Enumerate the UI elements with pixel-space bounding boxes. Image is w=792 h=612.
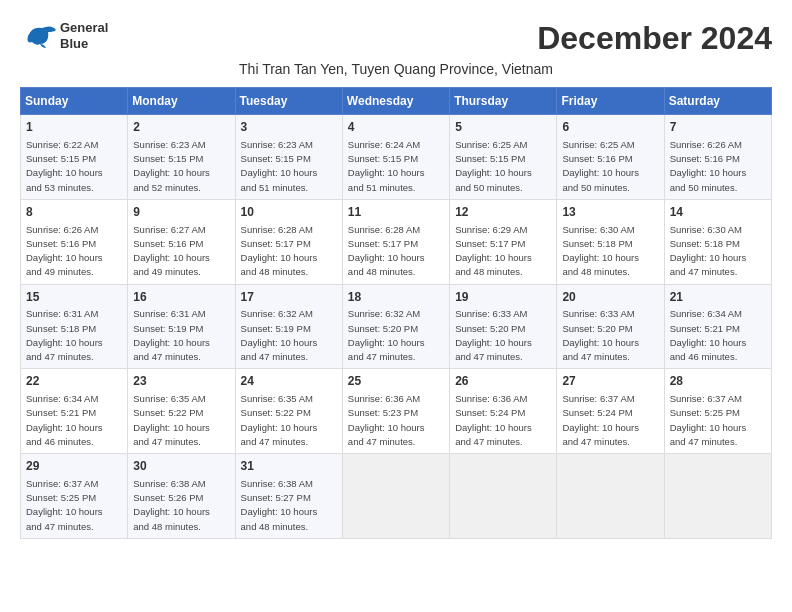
calendar-cell: 2Sunrise: 6:23 AM Sunset: 5:15 PM Daylig… [128,115,235,200]
calendar-cell: 22Sunrise: 6:34 AM Sunset: 5:21 PM Dayli… [21,369,128,454]
day-info: Sunrise: 6:28 AM Sunset: 5:17 PM Dayligh… [241,223,337,280]
day-number: 31 [241,458,337,475]
day-number: 24 [241,373,337,390]
day-info: Sunrise: 6:30 AM Sunset: 5:18 PM Dayligh… [562,223,658,280]
calendar-week-row: 29Sunrise: 6:37 AM Sunset: 5:25 PM Dayli… [21,454,772,539]
calendar-cell: 8Sunrise: 6:26 AM Sunset: 5:16 PM Daylig… [21,199,128,284]
day-number: 11 [348,204,444,221]
day-number: 23 [133,373,229,390]
calendar-cell [557,454,664,539]
day-info: Sunrise: 6:32 AM Sunset: 5:20 PM Dayligh… [348,307,444,364]
day-info: Sunrise: 6:29 AM Sunset: 5:17 PM Dayligh… [455,223,551,280]
day-number: 27 [562,373,658,390]
day-number: 16 [133,289,229,306]
calendar-week-row: 1Sunrise: 6:22 AM Sunset: 5:15 PM Daylig… [21,115,772,200]
day-number: 29 [26,458,122,475]
calendar-cell: 29Sunrise: 6:37 AM Sunset: 5:25 PM Dayli… [21,454,128,539]
calendar-cell: 1Sunrise: 6:22 AM Sunset: 5:15 PM Daylig… [21,115,128,200]
logo: General Blue [20,20,108,51]
day-number: 30 [133,458,229,475]
day-info: Sunrise: 6:38 AM Sunset: 5:27 PM Dayligh… [241,477,337,534]
day-number: 15 [26,289,122,306]
day-info: Sunrise: 6:32 AM Sunset: 5:19 PM Dayligh… [241,307,337,364]
day-number: 12 [455,204,551,221]
day-info: Sunrise: 6:23 AM Sunset: 5:15 PM Dayligh… [133,138,229,195]
calendar-cell: 12Sunrise: 6:29 AM Sunset: 5:17 PM Dayli… [450,199,557,284]
day-info: Sunrise: 6:31 AM Sunset: 5:18 PM Dayligh… [26,307,122,364]
day-number: 13 [562,204,658,221]
calendar-cell: 25Sunrise: 6:36 AM Sunset: 5:23 PM Dayli… [342,369,449,454]
calendar-week-row: 8Sunrise: 6:26 AM Sunset: 5:16 PM Daylig… [21,199,772,284]
day-info: Sunrise: 6:36 AM Sunset: 5:24 PM Dayligh… [455,392,551,449]
day-info: Sunrise: 6:34 AM Sunset: 5:21 PM Dayligh… [26,392,122,449]
day-number: 19 [455,289,551,306]
calendar-cell: 19Sunrise: 6:33 AM Sunset: 5:20 PM Dayli… [450,284,557,369]
day-info: Sunrise: 6:37 AM Sunset: 5:25 PM Dayligh… [26,477,122,534]
calendar-cell: 4Sunrise: 6:24 AM Sunset: 5:15 PM Daylig… [342,115,449,200]
weekday-header-saturday: Saturday [664,88,771,115]
calendar-cell [342,454,449,539]
day-info: Sunrise: 6:30 AM Sunset: 5:18 PM Dayligh… [670,223,766,280]
calendar-cell: 6Sunrise: 6:25 AM Sunset: 5:16 PM Daylig… [557,115,664,200]
day-info: Sunrise: 6:35 AM Sunset: 5:22 PM Dayligh… [133,392,229,449]
day-number: 8 [26,204,122,221]
weekday-header-row: SundayMondayTuesdayWednesdayThursdayFrid… [21,88,772,115]
day-number: 6 [562,119,658,136]
calendar-cell: 26Sunrise: 6:36 AM Sunset: 5:24 PM Dayli… [450,369,557,454]
calendar-cell: 14Sunrise: 6:30 AM Sunset: 5:18 PM Dayli… [664,199,771,284]
month-title: December 2024 [537,20,772,57]
calendar-cell: 3Sunrise: 6:23 AM Sunset: 5:15 PM Daylig… [235,115,342,200]
calendar-table: SundayMondayTuesdayWednesdayThursdayFrid… [20,87,772,539]
calendar-cell: 11Sunrise: 6:28 AM Sunset: 5:17 PM Dayli… [342,199,449,284]
day-info: Sunrise: 6:31 AM Sunset: 5:19 PM Dayligh… [133,307,229,364]
calendar-cell: 15Sunrise: 6:31 AM Sunset: 5:18 PM Dayli… [21,284,128,369]
calendar-week-row: 15Sunrise: 6:31 AM Sunset: 5:18 PM Dayli… [21,284,772,369]
calendar-cell: 7Sunrise: 6:26 AM Sunset: 5:16 PM Daylig… [664,115,771,200]
calendar-cell: 28Sunrise: 6:37 AM Sunset: 5:25 PM Dayli… [664,369,771,454]
calendar-cell: 5Sunrise: 6:25 AM Sunset: 5:15 PM Daylig… [450,115,557,200]
day-info: Sunrise: 6:34 AM Sunset: 5:21 PM Dayligh… [670,307,766,364]
day-info: Sunrise: 6:33 AM Sunset: 5:20 PM Dayligh… [562,307,658,364]
day-number: 5 [455,119,551,136]
calendar-cell: 23Sunrise: 6:35 AM Sunset: 5:22 PM Dayli… [128,369,235,454]
day-info: Sunrise: 6:22 AM Sunset: 5:15 PM Dayligh… [26,138,122,195]
day-number: 17 [241,289,337,306]
day-number: 1 [26,119,122,136]
day-number: 25 [348,373,444,390]
weekday-header-thursday: Thursday [450,88,557,115]
day-number: 9 [133,204,229,221]
calendar-cell: 27Sunrise: 6:37 AM Sunset: 5:24 PM Dayli… [557,369,664,454]
day-number: 20 [562,289,658,306]
day-info: Sunrise: 6:27 AM Sunset: 5:16 PM Dayligh… [133,223,229,280]
day-number: 10 [241,204,337,221]
day-number: 18 [348,289,444,306]
calendar-cell: 30Sunrise: 6:38 AM Sunset: 5:26 PM Dayli… [128,454,235,539]
calendar-cell: 17Sunrise: 6:32 AM Sunset: 5:19 PM Dayli… [235,284,342,369]
day-info: Sunrise: 6:36 AM Sunset: 5:23 PM Dayligh… [348,392,444,449]
calendar-cell: 16Sunrise: 6:31 AM Sunset: 5:19 PM Dayli… [128,284,235,369]
calendar-subtitle: Thi Tran Tan Yen, Tuyen Quang Province, … [20,61,772,77]
day-info: Sunrise: 6:24 AM Sunset: 5:15 PM Dayligh… [348,138,444,195]
day-number: 3 [241,119,337,136]
logo-icon [20,22,56,50]
calendar-cell: 21Sunrise: 6:34 AM Sunset: 5:21 PM Dayli… [664,284,771,369]
weekday-header-sunday: Sunday [21,88,128,115]
weekday-header-tuesday: Tuesday [235,88,342,115]
calendar-cell [664,454,771,539]
day-info: Sunrise: 6:28 AM Sunset: 5:17 PM Dayligh… [348,223,444,280]
day-info: Sunrise: 6:35 AM Sunset: 5:22 PM Dayligh… [241,392,337,449]
day-number: 26 [455,373,551,390]
calendar-cell: 20Sunrise: 6:33 AM Sunset: 5:20 PM Dayli… [557,284,664,369]
calendar-cell: 13Sunrise: 6:30 AM Sunset: 5:18 PM Dayli… [557,199,664,284]
day-info: Sunrise: 6:25 AM Sunset: 5:15 PM Dayligh… [455,138,551,195]
calendar-cell: 31Sunrise: 6:38 AM Sunset: 5:27 PM Dayli… [235,454,342,539]
day-number: 2 [133,119,229,136]
page-header: General Blue December 2024 [20,20,772,57]
day-info: Sunrise: 6:37 AM Sunset: 5:24 PM Dayligh… [562,392,658,449]
day-info: Sunrise: 6:26 AM Sunset: 5:16 PM Dayligh… [670,138,766,195]
day-info: Sunrise: 6:26 AM Sunset: 5:16 PM Dayligh… [26,223,122,280]
day-info: Sunrise: 6:38 AM Sunset: 5:26 PM Dayligh… [133,477,229,534]
calendar-cell: 10Sunrise: 6:28 AM Sunset: 5:17 PM Dayli… [235,199,342,284]
weekday-header-friday: Friday [557,88,664,115]
calendar-week-row: 22Sunrise: 6:34 AM Sunset: 5:21 PM Dayli… [21,369,772,454]
